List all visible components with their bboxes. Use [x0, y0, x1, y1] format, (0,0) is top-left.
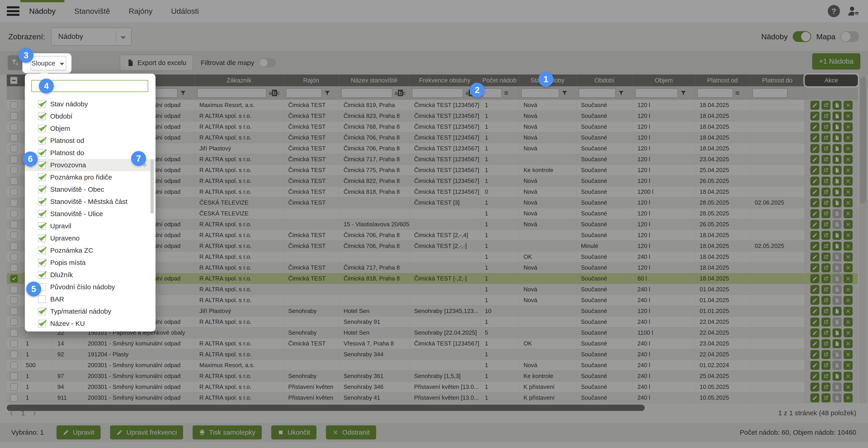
column-option[interactable]: BAR	[25, 293, 156, 305]
column-option-checkbox[interactable]	[38, 161, 46, 169]
column-option[interactable]: Období	[25, 110, 156, 123]
column-option-checkbox[interactable]	[38, 259, 46, 267]
column-option[interactable]: Objem	[25, 123, 156, 135]
column-option-label: Stanoviště - Ulice	[50, 210, 103, 218]
column-option-checkbox[interactable]	[38, 149, 46, 157]
column-option-checkbox[interactable]	[38, 185, 46, 193]
annotation-badge-5: 5	[26, 282, 41, 297]
annotation-badge-4: 4	[39, 78, 54, 94]
column-option-checkbox[interactable]	[38, 234, 46, 242]
column-option-label: Popis místa	[50, 259, 86, 267]
column-option-label: Původní číslo nádoby	[50, 283, 115, 291]
column-option[interactable]: Stav nádoby	[25, 98, 156, 110]
column-option[interactable]: Upraveno	[25, 232, 156, 244]
column-option[interactable]: Stanoviště - Městská část	[25, 196, 156, 208]
column-option-label: Typ/materiál nádoby	[50, 308, 111, 315]
column-option[interactable]: Typ/materiál nádoby	[25, 305, 156, 317]
annotation-badge-7: 7	[131, 151, 146, 166]
column-option-label: Poznámka pro řidiče	[50, 173, 112, 181]
column-option-checkbox[interactable]	[38, 210, 46, 218]
annotation-badge-3: 3	[19, 48, 33, 63]
column-option-label: Stanoviště - Obec	[50, 185, 104, 193]
chevron-down-icon	[59, 61, 65, 66]
column-option[interactable]: Popis místa	[25, 256, 156, 269]
columns-panel: Stav nádobyObdobíObjemPlatnost odPlatnos…	[25, 74, 156, 332]
columns-list: Stav nádobyObdobíObjemPlatnost odPlatnos…	[25, 98, 156, 330]
annotation-badge-2: 2	[470, 83, 485, 98]
column-option[interactable]: Stanoviště - Obec	[25, 183, 156, 196]
column-option-label: BAR	[50, 295, 64, 303]
column-option[interactable]: Platnost od	[25, 135, 156, 147]
annotation-badge-6: 6	[23, 151, 38, 166]
column-option-label: Poznámka ZC	[50, 247, 93, 254]
column-option[interactable]: Název - KU	[25, 317, 156, 330]
column-option[interactable]: Poznámka pro řidiče	[25, 171, 156, 183]
column-option-label: Název - KU	[50, 320, 85, 328]
column-option[interactable]: Dlužník	[25, 269, 156, 281]
column-option-checkbox[interactable]	[38, 173, 46, 181]
column-option-label: Upravil	[50, 222, 71, 230]
columns-button-label: Sloupce	[32, 60, 55, 67]
column-option-label: Objem	[50, 125, 70, 132]
columns-button[interactable]: Sloupce	[31, 56, 66, 70]
column-option-checkbox[interactable]	[38, 100, 46, 108]
column-option-checkbox[interactable]	[38, 320, 46, 328]
column-option-checkbox[interactable]	[38, 271, 46, 279]
column-option-label: Upraveno	[50, 234, 80, 242]
column-option-label: Platnost do	[50, 149, 84, 157]
column-option[interactable]: Upravil	[25, 220, 156, 232]
column-option[interactable]: Poznámka ZC	[25, 244, 156, 256]
column-option-checkbox[interactable]	[38, 308, 46, 315]
column-option-label: Dlužník	[50, 271, 73, 279]
column-option-checkbox[interactable]	[38, 198, 46, 205]
app-root: Nádoby Stanoviště Rajóny Události ? Zobr…	[0, 0, 868, 448]
column-option-label: Období	[50, 112, 72, 120]
column-option[interactable]: Stanoviště - Ulice	[25, 208, 156, 220]
column-option-label: Platnost od	[50, 137, 84, 144]
panel-scrollbar-thumb[interactable]	[151, 160, 154, 214]
column-option-checkbox[interactable]	[38, 295, 46, 303]
annotation-badge-1: 1	[538, 72, 553, 87]
column-option-label: Stanoviště - Městská část	[50, 198, 127, 205]
column-option-checkbox[interactable]	[38, 247, 46, 254]
column-option-checkbox[interactable]	[38, 112, 46, 120]
column-option-label: Stav nádoby	[50, 100, 88, 108]
column-option-checkbox[interactable]	[38, 125, 46, 132]
column-option-checkbox[interactable]	[38, 222, 46, 230]
column-option-checkbox[interactable]	[38, 137, 46, 144]
column-option-label: Provozovna	[50, 161, 86, 169]
column-option[interactable]: Původní číslo nádoby	[25, 281, 156, 293]
